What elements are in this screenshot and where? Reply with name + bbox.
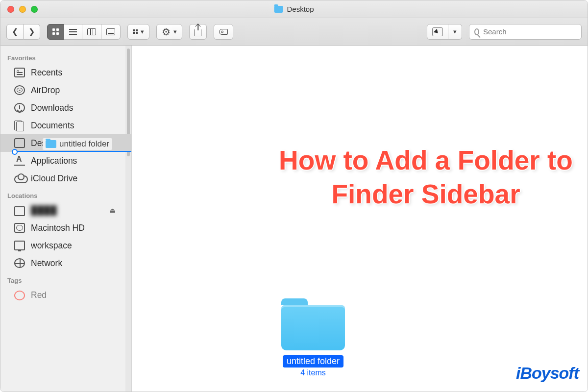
- column-view-button[interactable]: [82, 24, 101, 40]
- computer-icon: [14, 241, 25, 250]
- hard-disk-icon: [14, 223, 25, 233]
- window-title: Desktop: [274, 5, 314, 13]
- sidebar-item-label: Downloads: [31, 103, 74, 113]
- chevron-down-icon: ▾: [173, 28, 177, 35]
- share-button[interactable]: [189, 24, 207, 40]
- documents-icon: [14, 121, 25, 130]
- toolbar: ❮ ❯ ▾ ⚙ ▾: [0, 18, 588, 46]
- gear-icon: ⚙: [162, 27, 171, 37]
- tag-red-icon: [14, 291, 25, 300]
- forward-button[interactable]: ❯: [24, 24, 40, 40]
- sidebar-item-workspace[interactable]: workspace: [0, 237, 131, 254]
- recents-icon: [14, 68, 25, 77]
- sidebar-section-favorites: Favorites: [0, 49, 131, 64]
- tags-button[interactable]: [214, 24, 233, 40]
- sidebar-item-tag-red[interactable]: Red: [0, 286, 131, 304]
- list-view-button[interactable]: [64, 24, 82, 40]
- toggle-preview-buttons: ▾: [427, 24, 462, 40]
- drag-ghost-label: untitled folder: [59, 139, 109, 149]
- sidebar-item-label: workspace: [31, 241, 72, 251]
- action-menu-button[interactable]: ⚙ ▾: [156, 24, 182, 40]
- sidebar-item-network[interactable]: Network: [0, 254, 131, 272]
- gallery-view-button[interactable]: [101, 24, 121, 40]
- body: Favorites Recents AirDrop Downloads Docu…: [0, 46, 588, 392]
- list-icon: [69, 29, 77, 35]
- drag-ghost: untitled folder: [43, 138, 112, 150]
- eject-icon[interactable]: ⏏: [109, 206, 116, 214]
- sidebar-item-macintosh-hd[interactable]: Macintosh HD: [0, 219, 131, 237]
- minimize-button[interactable]: [19, 6, 26, 13]
- folder-name: untitled folder: [283, 355, 343, 368]
- sidebar-item-label: Applications: [31, 156, 77, 166]
- sidebar-scrollbar[interactable]: [125, 46, 131, 392]
- sidebar-item-documents[interactable]: Documents: [0, 117, 131, 134]
- airdrop-icon: [14, 85, 25, 95]
- sidebar-item-icloud[interactable]: iCloud Drive: [0, 170, 131, 187]
- sidebar-item-downloads[interactable]: Downloads: [0, 99, 131, 117]
- content-area[interactable]: How to Add a Folder to Finder Sidebar un…: [132, 46, 588, 392]
- folder-icon: [46, 140, 56, 148]
- watermark: iBoysoft: [516, 364, 579, 383]
- columns-icon: [87, 28, 96, 35]
- network-icon: [14, 258, 25, 268]
- folder-icon: [281, 305, 345, 350]
- sidebar-item-label: Macintosh HD: [31, 223, 85, 233]
- chevron-down-icon: ▾: [453, 28, 457, 35]
- view-mode-buttons: [47, 24, 121, 40]
- desktop-icon: [14, 138, 25, 148]
- sidebar-item-volume-blurred[interactable]: ████ ⏏: [0, 201, 131, 219]
- sidebar-section-tags: Tags: [0, 272, 131, 286]
- nav-buttons: ❮ ❯: [6, 24, 40, 40]
- sidebar-item-label: Network: [31, 258, 62, 269]
- sidebar-item-label: Recents: [31, 68, 62, 78]
- gallery-icon: [106, 28, 115, 35]
- search-input[interactable]: [483, 27, 576, 36]
- icon-view-button[interactable]: [47, 24, 64, 40]
- folder-item[interactable]: untitled folder 4 items: [271, 305, 355, 377]
- drop-indicator: [14, 151, 132, 152]
- sidebar-item-label: AirDrop: [31, 85, 60, 96]
- grid-icon: [52, 28, 59, 35]
- search-box[interactable]: [469, 24, 582, 40]
- finder-window: Desktop ❮ ❯ ▾: [0, 0, 588, 392]
- group-by-button[interactable]: ▾: [127, 24, 149, 40]
- folder-item-count: 4 items: [300, 368, 326, 377]
- sidebar-item-airdrop[interactable]: AirDrop: [0, 81, 131, 99]
- tag-icon: [219, 29, 228, 35]
- external-disk-icon: [14, 206, 25, 216]
- chevron-down-icon: ▾: [141, 28, 144, 35]
- applications-icon: [14, 156, 25, 166]
- sidebar-item-label-blurred: ████: [31, 205, 57, 216]
- back-button[interactable]: ❮: [6, 24, 24, 40]
- sidebar-item-recents[interactable]: Recents: [0, 64, 131, 81]
- sidebar: Favorites Recents AirDrop Downloads Docu…: [0, 46, 132, 392]
- overlay-heading: How to Add a Folder to Finder Sidebar: [279, 144, 573, 211]
- cloud-icon: [14, 173, 25, 183]
- sidebar-item-applications[interactable]: Applications: [0, 152, 131, 170]
- group-icon: [133, 29, 138, 34]
- toggle-preview-button[interactable]: [427, 24, 448, 40]
- sidebar-item-label: Documents: [31, 121, 74, 131]
- close-button[interactable]: [7, 6, 14, 13]
- downloads-icon: [14, 103, 25, 113]
- maximize-button[interactable]: [31, 6, 38, 13]
- titlebar: Desktop: [0, 0, 588, 18]
- sidebar-item-label: iCloud Drive: [31, 173, 77, 184]
- share-icon: [195, 29, 201, 36]
- sidebar-section-locations: Locations: [0, 187, 131, 201]
- sidebar-item-label: Red: [31, 290, 47, 300]
- cursor-icon: [432, 27, 443, 36]
- window-controls: [7, 6, 38, 13]
- search-icon: [474, 28, 479, 35]
- window-title-text: Desktop: [287, 5, 314, 13]
- folder-icon: [274, 6, 283, 13]
- toggle-preview-menu[interactable]: ▾: [448, 24, 462, 40]
